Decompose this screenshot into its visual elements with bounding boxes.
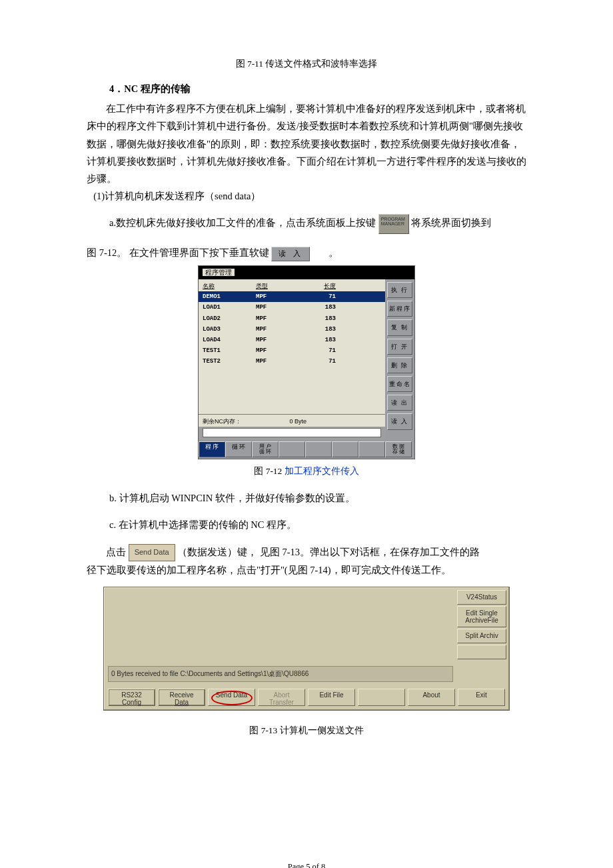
figure-7-12-cnc-screen: 程序管理 名称 类型 长度 DEMO1 MPF 71 bbox=[198, 265, 415, 459]
cnc-memory-status: 剩余NC内存： 0 Byte bbox=[199, 414, 385, 427]
cnc-input-field[interactable] bbox=[203, 428, 381, 437]
pcin-bottom-toolbar: RS232 Config Receive Data Send Data Abor… bbox=[104, 686, 509, 710]
cnc-title-text: 程序管理 bbox=[203, 269, 235, 276]
btn-edit-file[interactable]: Edit File bbox=[308, 689, 355, 706]
softkey-blank[interactable] bbox=[305, 441, 332, 457]
btn-v24status[interactable]: V24Status bbox=[457, 590, 506, 605]
send-data-button-inline[interactable]: Send Data bbox=[129, 544, 175, 561]
btn-split-archiv[interactable]: Split Archiv bbox=[457, 629, 506, 643]
caption-7-12: 图 7-12 加工程序文件传入 bbox=[87, 463, 526, 479]
step-a-line1: a.数控机床先做好接收加工文件的准备，点击系统面板上按键 PROGRAM MAN… bbox=[109, 214, 526, 234]
step-a2-post: 。 bbox=[328, 247, 338, 258]
btn-about[interactable]: About bbox=[408, 689, 455, 706]
caption-7-11: 图 7-11 传送文件格式和波特率选择 bbox=[87, 56, 526, 72]
step-1-send-data: (1)计算机向机床发送程序（send data） bbox=[87, 187, 526, 205]
softkey-read-in[interactable]: 读 入 bbox=[387, 413, 412, 429]
pcin-side-toolbar: V24Status Edit Single ArchiveFile Split … bbox=[457, 587, 509, 686]
softkey-blank[interactable] bbox=[332, 441, 358, 457]
step-click-senddata-2: 径下选取要传送的加工程序名称，点击"打开"(见图 7-14)，即可完成文件传送工… bbox=[87, 561, 526, 579]
cnc-vertical-softkeys: 执 行 新程序 复 制 打 开 删 除 重命名 读 出 读 入 bbox=[385, 279, 414, 440]
softkey-program[interactable]: 程 序 bbox=[199, 441, 225, 457]
btn-rs232-config[interactable]: RS232 Config bbox=[108, 689, 155, 706]
caption-7-13: 图 7-13 计算机一侧发送文件 bbox=[87, 723, 526, 739]
table-row[interactable]: DEMO1 MPF 71 bbox=[199, 291, 385, 302]
softkey-user-cycle[interactable]: 用 户 循 环 bbox=[252, 441, 279, 457]
btn-abort-transfer[interactable]: Abort Transfer bbox=[258, 689, 305, 706]
heading-nc-transfer: 4．NC 程序的传输 bbox=[109, 80, 526, 97]
step-b: b. 计算机启动 WINPCIN 软件，并做好传输参数的设置。 bbox=[109, 489, 526, 507]
softkey-rename[interactable]: 重命名 bbox=[387, 376, 412, 392]
step-a2-pre: 图 7-12。 在文件管理界面下按下垂直软键 bbox=[87, 247, 269, 258]
col-name: 名称 bbox=[203, 281, 256, 291]
softkey-blank[interactable] bbox=[358, 441, 385, 457]
step-a-line2: 图 7-12。 在文件管理界面下按下垂直软键 读 入 。 bbox=[87, 244, 526, 261]
pm-line1: PROGRAM bbox=[381, 217, 405, 221]
step-a-pre: a.数控机床先做好接收加工文件的准备，点击系统面板上按键 bbox=[109, 218, 376, 229]
pm-line2: MANAGER bbox=[381, 221, 404, 226]
softkey-delete[interactable]: 删 除 bbox=[387, 357, 412, 373]
figure-7-13-winpcin: 0 Bytes received to file C:\Documents an… bbox=[103, 587, 510, 711]
btn-blank[interactable] bbox=[358, 689, 405, 706]
softkey-blank[interactable] bbox=[279, 441, 305, 457]
table-row[interactable]: LOAD4 MPF 183 bbox=[199, 335, 385, 345]
step-a-post: 将系统界面切换到 bbox=[411, 218, 491, 229]
paragraph-intro: 在工作中有许多程序不方便在机床上编制，要将计算机中准备好的程序发送到机床中，或者… bbox=[87, 100, 526, 187]
softkey-copy[interactable]: 复 制 bbox=[387, 319, 412, 335]
col-type: 类型 bbox=[256, 281, 296, 291]
cnc-title-bar: 程序管理 bbox=[199, 266, 414, 279]
program-manager-button[interactable]: PROGRAM MANAGER bbox=[378, 214, 409, 234]
read-in-softkey[interactable]: 读 入 bbox=[271, 247, 310, 261]
btn-edit-single-archive[interactable]: Edit Single ArchiveFile bbox=[457, 606, 506, 627]
softkey-execute[interactable]: 执 行 bbox=[387, 282, 412, 298]
softkey-data-store[interactable]: 数 据 存 储 bbox=[385, 441, 412, 457]
cnc-table-headers: 名称 类型 长度 bbox=[199, 279, 385, 291]
table-row[interactable]: LOAD1 MPF 183 bbox=[199, 302, 385, 313]
softkey-open[interactable]: 打 开 bbox=[387, 339, 412, 355]
table-row[interactable]: TEST2 MPF 71 bbox=[199, 356, 385, 367]
pcin-status-bar: 0 Bytes received to file C:\Documents an… bbox=[108, 666, 453, 682]
table-row[interactable]: TEST1 MPF 71 bbox=[199, 345, 385, 356]
page-number: Page 5 of 8 bbox=[87, 859, 526, 868]
table-row[interactable]: LOAD3 MPF 183 bbox=[199, 324, 385, 335]
btn-exit[interactable]: Exit bbox=[458, 689, 505, 706]
softkey-read-out[interactable]: 读 出 bbox=[387, 395, 412, 411]
btn-send-data[interactable]: Send Data bbox=[208, 689, 255, 706]
pcin-main-area bbox=[108, 591, 453, 665]
softkey-cycle[interactable]: 循 环 bbox=[225, 441, 252, 457]
btn-receive-data[interactable]: Receive Data bbox=[158, 689, 205, 706]
softkey-new-program[interactable]: 新程序 bbox=[387, 301, 412, 317]
cnc-horizontal-softkeys: 程 序 循 环 用 户 循 环 数 据 存 储 bbox=[199, 440, 414, 459]
step-click-senddata-1: 点击 Send Data （数据发送）键， 见图 7-13。弹出以下对话框，在保… bbox=[87, 543, 526, 562]
table-row[interactable]: LOAD2 MPF 183 bbox=[199, 313, 385, 324]
btn-blank[interactable] bbox=[457, 645, 506, 659]
step-c: c. 在计算机中选择需要的传输的 NC 程序。 bbox=[109, 516, 526, 533]
col-length: 长度 bbox=[296, 281, 336, 291]
